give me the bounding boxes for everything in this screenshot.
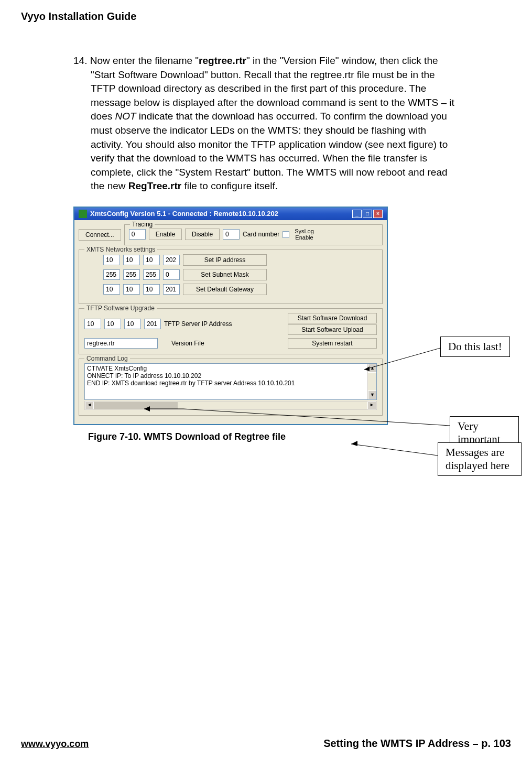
restart-buttons: System restart [288, 338, 377, 349]
minimize-button[interactable]: _ [352, 210, 362, 218]
figure-area: XmtsConfig Version 5.1 - Connected : Rem… [73, 207, 519, 442]
set-ip-button[interactable]: Set IP address [183, 254, 267, 266]
footer-page: Setting the WMTS IP Address – p. 103 [323, 738, 511, 750]
tftp-octet-3[interactable] [124, 319, 141, 329]
titlebar[interactable]: XmtsConfig Version 5.1 - Connected : Rem… [74, 208, 387, 220]
syslog-line2: Enable [295, 234, 313, 241]
tracing-group: Tracing Enable Disable Card number SysLo… [124, 224, 383, 245]
page-footer: www.vyyo.com Setting the WMTS IP Address… [21, 738, 511, 750]
syslog-line1: SysLog [295, 228, 314, 234]
ip-octet-3[interactable] [143, 255, 160, 265]
tftp-group: TFTP Software Upgrade TFTP Server IP Add… [79, 308, 383, 354]
tftp-octet-4[interactable] [144, 319, 161, 329]
card-number-checkbox[interactable] [283, 231, 289, 238]
regtree-bold: RegTree.rtr [128, 180, 181, 191]
scroll-thumb[interactable] [94, 402, 178, 409]
set-mask-button[interactable]: Set Subnet Mask [183, 269, 267, 280]
mask-row: Set Subnet Mask [84, 269, 377, 280]
ip-octet-2[interactable] [123, 255, 140, 265]
scroll-right-icon[interactable]: ► [367, 402, 376, 409]
app-icon [79, 210, 87, 218]
step-number: 14. [73, 55, 87, 66]
ip-octet-4[interactable] [163, 255, 180, 265]
horizontal-scrollbar[interactable]: ◄ ► [84, 401, 377, 410]
document-header: Vyyo Installation Guide [21, 10, 511, 23]
tftp-octet-2[interactable] [104, 319, 121, 329]
tftp-buttons: Start Software Download Start Software U… [288, 313, 377, 335]
log-line-3: END IP: XMTS download regtree.rtr by TFT… [87, 379, 374, 387]
close-button[interactable]: × [373, 210, 383, 218]
window-body: Connect... Tracing Enable Disable Card n… [74, 220, 387, 424]
scroll-up-icon[interactable]: ▲ [368, 364, 377, 373]
tftp-octet-1[interactable] [84, 319, 101, 329]
top-toolbar: Connect... Tracing Enable Disable Card n… [79, 224, 383, 245]
connect-button[interactable]: Connect... [79, 229, 121, 241]
instruction-text-1: Now enter the filename " [90, 55, 199, 66]
xmts-legend: XMTS Networks settings [84, 246, 157, 253]
gateway-row: Set Default Gateway [84, 284, 377, 295]
tftp-server-row: TFTP Server IP Address Start Software Do… [84, 313, 377, 335]
tracing-legend: Tracing [130, 221, 155, 228]
log-line-2: ONNECT IP: To IP address 10.10.10.202 [87, 372, 374, 379]
callout-messages: Messages are displayed here [438, 442, 522, 476]
tftp-server-label: TFTP Server IP Address [164, 320, 232, 328]
ip-row: Set IP address [84, 254, 377, 266]
instruction-step-14: 14. Now enter the filename "regtree.rtr"… [73, 54, 459, 193]
tracing-input-1[interactable] [129, 229, 146, 240]
start-upload-button[interactable]: Start Software Upload [288, 324, 377, 335]
app-window: XmtsConfig Version 5.1 - Connected : Rem… [73, 207, 388, 425]
mask-octet-2[interactable] [123, 269, 140, 280]
gw-octet-3[interactable] [143, 284, 160, 295]
gw-octet-4[interactable] [163, 284, 180, 295]
version-file-input[interactable] [84, 338, 158, 349]
set-gateway-button[interactable]: Set Default Gateway [183, 284, 267, 295]
xmts-settings-group: XMTS Networks settings Set IP address Se… [79, 250, 383, 304]
scroll-down-icon[interactable]: ▼ [368, 391, 377, 399]
disable-button[interactable]: Disable [185, 229, 220, 240]
titlebar-buttons: _ □ × [352, 210, 383, 218]
callout-do-this-last: Do this last! [440, 337, 510, 357]
filename-bold: regtree.rtr [199, 55, 246, 66]
system-restart-button[interactable]: System restart [288, 338, 377, 349]
footer-url[interactable]: www.vyyo.com [21, 739, 89, 750]
maximize-button[interactable]: □ [363, 210, 372, 218]
titlebar-text: XmtsConfig Version 5.1 - Connected : Rem… [90, 210, 278, 218]
command-log-textarea[interactable]: CTIVATE XmtsConfig ONNECT IP: To IP addr… [84, 363, 377, 400]
enable-button[interactable]: Enable [149, 229, 182, 240]
scroll-left-icon[interactable]: ◄ [85, 402, 94, 409]
command-log-group: Command Log CTIVATE XmtsConfig ONNECT IP… [79, 359, 383, 416]
ip-octet-1[interactable] [103, 255, 120, 265]
card-number-label: Card number [243, 231, 279, 238]
log-line-1: CTIVATE XmtsConfig [87, 365, 374, 372]
mask-octet-4[interactable] [163, 269, 180, 280]
gw-octet-2[interactable] [123, 284, 140, 295]
version-file-row: Version File System restart [84, 338, 377, 349]
command-log-legend: Command Log [84, 355, 130, 362]
tftp-legend: TFTP Software Upgrade [84, 305, 157, 312]
gw-octet-1[interactable] [103, 284, 120, 295]
syslog-label: SysLog Enable [295, 228, 314, 241]
start-download-button[interactable]: Start Software Download [288, 313, 377, 323]
tracing-input-2[interactable] [223, 229, 240, 240]
version-file-label: Version File [171, 340, 204, 347]
mask-octet-3[interactable] [143, 269, 160, 280]
not-italic: NOT [115, 111, 136, 122]
vertical-scrollbar[interactable]: ▲ ▼ [367, 364, 376, 399]
callout-line-messages [351, 444, 438, 456]
instruction-text-4: file to configure itself. [181, 180, 278, 191]
mask-octet-1[interactable] [103, 269, 120, 280]
instruction-text-3: indicate that the download has occurred.… [91, 111, 448, 191]
